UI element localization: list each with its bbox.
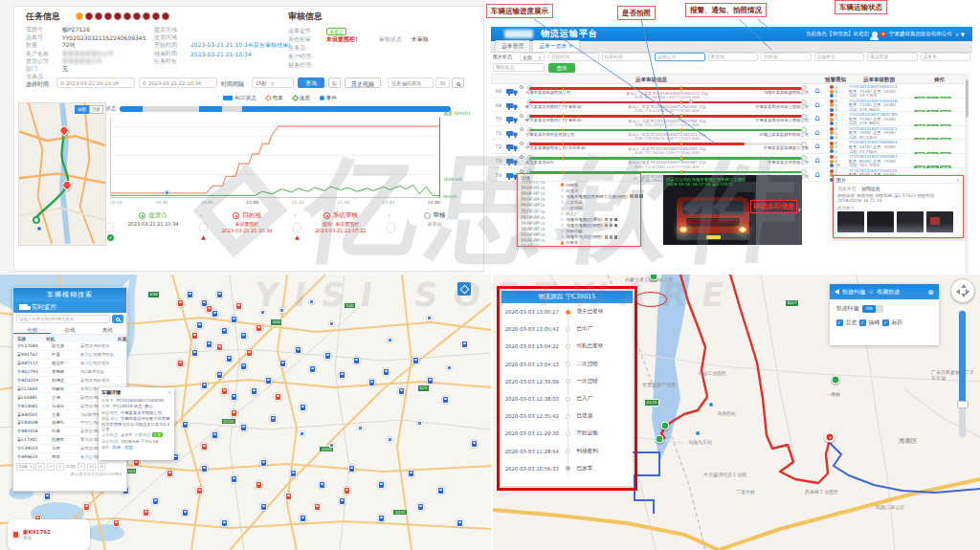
truck-marker[interactable] bbox=[437, 487, 444, 495]
truck-marker[interactable] bbox=[83, 503, 90, 511]
query-button[interactable]: 查询 bbox=[298, 77, 324, 88]
table-row[interactable]: 72 中卫某某建材有限公司(本部基地) 宁夏某某新型建材工业园 承运人: 刘某 … bbox=[491, 140, 964, 154]
truck-marker[interactable] bbox=[221, 519, 228, 527]
truck-marker[interactable] bbox=[201, 465, 208, 473]
waypoint-marker-icon[interactable] bbox=[661, 422, 670, 430]
tab[interactable]: 运单一览表 × bbox=[532, 40, 580, 52]
timeline-row[interactable]: 2020-03-03 11:28:54 到场签到 bbox=[501, 443, 633, 460]
truck-marker[interactable] bbox=[275, 393, 281, 401]
truck-marker[interactable] bbox=[152, 497, 159, 505]
filter-input[interactable]: 承运车牌 bbox=[867, 53, 918, 61]
truck-marker[interactable] bbox=[177, 360, 184, 367]
track-map-quadrant[interactable]: 内蒙古君正能源化工园乌兰淖尔镇家景能源产业园乌达工业园区乌海西站乌海汽车站兵华盛… bbox=[493, 275, 980, 550]
user-icon[interactable] bbox=[872, 32, 878, 37]
refresh-button[interactable]: ↻ bbox=[98, 463, 106, 471]
truck-marker[interactable] bbox=[339, 497, 345, 505]
status-tab[interactable]: 全部 bbox=[13, 325, 51, 334]
close-icon[interactable]: × bbox=[634, 174, 637, 181]
waypoint-marker-icon[interactable] bbox=[656, 435, 664, 444]
truck-marker[interactable] bbox=[251, 387, 257, 395]
table-row[interactable]: 68 乌海市某某能源有限公司 乌海市某某能源有限公司 承运人: 王某某 PC20… bbox=[491, 84, 964, 99]
interval-select[interactable]: 15秒∨ bbox=[252, 77, 294, 88]
status-tab[interactable]: 在线 bbox=[51, 325, 88, 334]
truck-marker[interactable] bbox=[113, 519, 120, 527]
truck-marker[interactable] bbox=[309, 299, 314, 304]
chevron-down-icon[interactable]: ∨ ▼ bbox=[955, 32, 965, 37]
search-button[interactable] bbox=[452, 77, 464, 88]
table-row[interactable]: 71 宁夏某某环保科技有限公司 石嘴山某某新材料有限公司 承运人: 张某 PC2… bbox=[491, 126, 964, 141]
map-pin-icon[interactable] bbox=[33, 216, 40, 224]
truck-photo[interactable]: 内蒙古自治区乌海市海南区西来峰工业园区2018-10-26 16:22:16 蒙… bbox=[663, 175, 802, 245]
first-page-button[interactable]: |< bbox=[35, 463, 45, 471]
truck-marker[interactable] bbox=[314, 503, 321, 511]
truck-marker[interactable] bbox=[378, 481, 385, 489]
export-icon-button[interactable]: ⎘ bbox=[328, 77, 341, 88]
fleet-map-quadrant[interactable]: G6G18G20S30G109G110S103G338S29G242 车辆模糊搜… bbox=[0, 275, 491, 550]
network-status-input[interactable]: 网络状态 bbox=[493, 63, 545, 72]
truck-marker[interactable] bbox=[457, 519, 463, 527]
truck-marker[interactable] bbox=[417, 421, 422, 426]
timeline-row[interactable]: 2020-03-03 13:06:27 货主已签收 bbox=[501, 303, 633, 320]
truck-marker[interactable] bbox=[408, 470, 414, 477]
truck-marker[interactable] bbox=[191, 332, 198, 340]
follow-link[interactable]: 跟踪 bbox=[124, 445, 133, 450]
alarm-badges[interactable]: 3 1 7 bbox=[830, 113, 847, 125]
truck-marker[interactable] bbox=[231, 475, 237, 483]
truck-marker[interactable] bbox=[461, 341, 468, 348]
photo-thumbnail[interactable] bbox=[837, 211, 864, 232]
page-size-select[interactable]: 10条 ∨ bbox=[16, 463, 34, 471]
notification-badge[interactable]: 9 bbox=[880, 32, 886, 37]
truck-marker[interactable] bbox=[442, 396, 449, 404]
truck-marker[interactable] bbox=[206, 305, 212, 313]
close-icon[interactable]: × bbox=[167, 389, 171, 395]
truck-marker[interactable] bbox=[167, 470, 173, 477]
photo-thumb-icons[interactable] bbox=[605, 218, 609, 222]
truck-marker[interactable] bbox=[329, 321, 334, 326]
truck-marker[interactable] bbox=[256, 481, 262, 489]
truck-marker[interactable] bbox=[279, 308, 284, 313]
truck-marker[interactable] bbox=[216, 371, 223, 379]
timeline-row[interactable]: 2020-03-03 13:05:43 已出厂 bbox=[501, 320, 633, 338]
timeline-row[interactable]: 2020-03-03 10:56:33 已派车 bbox=[501, 460, 633, 477]
alarm-badges[interactable]: 0 0 0 bbox=[830, 127, 847, 140]
truck-marker[interactable] bbox=[133, 459, 140, 467]
vehicle-row[interactable]: 蒙K91762申康银川公司搅拌车队 bbox=[13, 351, 126, 360]
truck-marker[interactable] bbox=[388, 338, 392, 342]
vehicle-row[interactable]: 宁C12580郭玉美蒙西水泥外租车 bbox=[13, 342, 126, 351]
truck-marker[interactable] bbox=[324, 352, 331, 360]
truck-marker[interactable] bbox=[339, 371, 345, 379]
truck-marker[interactable] bbox=[300, 404, 306, 411]
filter-input[interactable]: 运输单位 bbox=[814, 53, 865, 61]
truck-marker[interactable] bbox=[231, 393, 237, 401]
timeline-row[interactable]: 2020-03-03 12:35:42 已送达 bbox=[501, 407, 633, 425]
photo-thumb-icons[interactable] bbox=[605, 224, 609, 228]
map-layer-button[interactable] bbox=[457, 282, 471, 296]
truck-marker[interactable] bbox=[196, 487, 203, 495]
filter-input[interactable]: 运单号 bbox=[921, 53, 971, 61]
truck-marker[interactable] bbox=[240, 332, 247, 340]
truck-marker[interactable] bbox=[240, 363, 247, 370]
table-row[interactable]: 73 吴忠某某货运站 宁夏某某水泥有限公司 承运人: 陈某 PC20181026… bbox=[491, 154, 964, 168]
truck-marker[interactable] bbox=[348, 465, 355, 473]
truck-marker[interactable] bbox=[447, 365, 452, 370]
vehicle-row[interactable]: 蒙A87112谢志军银川公司外租车 bbox=[13, 360, 126, 368]
truck-marker[interactable] bbox=[246, 349, 253, 357]
filter-input[interactable]: 发货地 bbox=[708, 53, 759, 61]
legend-item[interactable]: 速度 bbox=[293, 95, 310, 101]
truck-marker[interactable] bbox=[226, 355, 233, 363]
map-type-buttons[interactable]: 地图卫星 bbox=[75, 105, 103, 114]
truck-marker[interactable] bbox=[412, 357, 419, 364]
waypoint-marker-icon[interactable] bbox=[832, 376, 840, 385]
timeline-row[interactable]: 2020-03-03 11:29:30 开始运输 bbox=[501, 425, 633, 442]
truck-marker[interactable] bbox=[256, 324, 262, 332]
truck-marker[interactable] bbox=[270, 415, 277, 423]
prev-page-button[interactable]: < bbox=[47, 463, 56, 471]
truck-marker[interactable] bbox=[279, 360, 286, 367]
truck-marker[interactable] bbox=[260, 310, 265, 315]
task-code-input[interactable]: 任务编码查询 bbox=[388, 77, 434, 88]
track-correct-tab[interactable]: 轨迹纠偏 bbox=[842, 288, 865, 297]
truck-marker[interactable] bbox=[221, 327, 228, 335]
header-user-area[interactable]: 当前角色【管理员】欢迎您 9 宁夏建材集团股份有限公司 ∨ ▼ bbox=[806, 31, 965, 37]
filter-input[interactable]: 选择公司 bbox=[655, 53, 705, 61]
zoom-handle[interactable] bbox=[957, 401, 969, 408]
